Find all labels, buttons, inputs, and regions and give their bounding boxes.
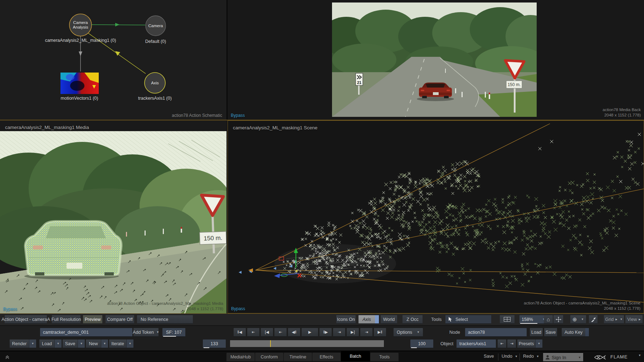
goto-first-frame-button[interactable]: ‖◀: [234, 328, 246, 337]
setup-save-button[interactable]: Save▼: [63, 339, 85, 348]
compare-mode-button[interactable]: Compare Off: [106, 315, 134, 324]
start-frame-field[interactable]: SF: 107: [162, 328, 185, 337]
next-object-button[interactable]: ⇥: [507, 339, 516, 348]
playback-options-button[interactable]: Options▼: [394, 328, 423, 337]
camera-analysis-node-sublabel: cameraAnalysis2_ML_masking1 (0): [45, 38, 116, 43]
world-mode-button[interactable]: World: [381, 315, 397, 324]
control-toolbar: camtracker_demo_001 Add Token▼ SF: 107 ‖…: [0, 326, 644, 351]
play-button[interactable]: ▶: [302, 328, 318, 337]
flame-fish-logo: [594, 354, 608, 361]
full-resolution-button[interactable]: Full Resolution: [52, 315, 80, 324]
zoom-level-field[interactable]: 158%▼: [519, 315, 547, 324]
preview-button[interactable]: Preview: [83, 315, 102, 324]
goto-last-frame-button[interactable]: ▶‖: [374, 328, 386, 337]
save-button[interactable]: Save: [484, 354, 494, 359]
viewport-divider: [226, 0, 228, 120]
chevron-down-icon: ▼: [101, 339, 108, 348]
action-object-selector[interactable]: Action Object - cameraA: [5, 315, 47, 324]
tracking-scene-info: action78 Action Object - cameraAnalysis2…: [524, 301, 640, 311]
prev-keyframe-button[interactable]: ⇤: [247, 328, 259, 337]
tool-selector[interactable]: Select: [445, 315, 491, 324]
axis-accent-strip: [375, 315, 379, 323]
tracking-scene-viewport[interactable]: cameraAnalysis2_ML_masking1 Scene Bypass…: [228, 120, 644, 313]
tab-conform[interactable]: Conform: [255, 353, 283, 361]
prev-object-button[interactable]: ⇤: [498, 339, 506, 348]
iterate-button[interactable]: Iterate▼: [109, 339, 133, 348]
tab-batch[interactable]: Batch: [341, 351, 370, 361]
masking-media-viewport[interactable]: 150 m. cameraAnalysis2_ML_masking1 Media…: [0, 120, 226, 313]
next-keyframe-button[interactable]: ⇥: [360, 328, 372, 337]
render-button[interactable]: Render▼: [10, 339, 36, 348]
reference-selector[interactable]: No Reference: [137, 315, 193, 324]
setup-load-button[interactable]: Load▼: [39, 339, 62, 348]
icons-on-button[interactable]: Icons On: [336, 315, 356, 324]
setup-new-button[interactable]: New▼: [86, 339, 108, 348]
playback-controls: ‖◀⇤[◀⇤◀‖▶‖▶⇥▶]⇥▶‖: [234, 328, 387, 337]
undo-button[interactable]: Undo▼: [502, 354, 518, 359]
application-bar: MediaHubConformTimelineEffectsBatchTools…: [0, 351, 644, 362]
media-back-image: 21: [332, 3, 537, 117]
next-marker-button[interactable]: ⇥: [333, 328, 345, 337]
end-frame-field[interactable]: 100: [410, 339, 433, 348]
z-occ-button[interactable]: Z Occ: [402, 315, 423, 324]
pan-view-button[interactable]: [553, 315, 563, 324]
object-label: Object: [440, 339, 453, 348]
presets-button[interactable]: Presets▼: [517, 339, 542, 348]
color-picker-button[interactable]: [589, 315, 597, 324]
auto-key-button[interactable]: Auto Key: [562, 328, 589, 337]
object-name-input[interactable]: trackersAxis1: [457, 339, 496, 348]
pan-arrows-icon: [556, 317, 561, 322]
app-menu-button[interactable]: ▼: [638, 354, 641, 357]
media-back-info: action78 Media Back 2048 x 1152 (1.778): [602, 107, 641, 118]
step-forward-button[interactable]: ‖▶: [319, 328, 332, 337]
media-back-viewport[interactable]: 21: [228, 0, 644, 120]
chevron-down-icon: ▼: [638, 354, 641, 357]
camera-analysis-node-label2: Analysis: [73, 25, 88, 29]
prev-marker-button[interactable]: ⇤: [274, 328, 287, 337]
goto-segment-start-button[interactable]: [◀: [261, 328, 273, 337]
home-view-button[interactable]: ⌂: [544, 315, 553, 324]
axis-mode-button[interactable]: Axis: [358, 315, 379, 324]
tab-effects[interactable]: Effects: [312, 353, 341, 361]
flame-application-window: Camera Analysis cameraAnalysis2_ML_maski…: [0, 0, 644, 362]
camera-node-sublabel: Default (0): [145, 39, 166, 44]
step-back-button[interactable]: ◀‖: [288, 328, 300, 337]
redo-button[interactable]: Redo▼: [523, 354, 539, 359]
tracking-scene-bypass-label: Bypass: [231, 306, 245, 311]
timeline-slider[interactable]: [230, 340, 384, 347]
motion-vectors-node[interactable]: [60, 73, 99, 94]
masked-car: [24, 221, 121, 279]
chevron-down-icon: ▼: [535, 339, 542, 348]
viewport-layout-button[interactable]: [500, 315, 514, 324]
tab-mediahub[interactable]: MediaHub: [226, 353, 255, 361]
sign-in-button[interactable]: Sign In ▼: [543, 353, 583, 361]
chevron-down-icon: ▼: [536, 355, 539, 358]
media-back-bypass-label: Bypass: [231, 113, 245, 118]
playhead[interactable]: [270, 340, 271, 347]
setup-name-input[interactable]: camtracker_demo_001: [40, 328, 132, 337]
schematic-view-label: action78 Action Schematic: [172, 113, 222, 118]
node-name-input[interactable]: action78: [465, 328, 527, 337]
camera-node-label: Camera: [148, 24, 164, 28]
goto-segment-end-button[interactable]: ▶]: [347, 328, 359, 337]
tab-tools[interactable]: Tools: [370, 353, 399, 361]
axis-node-label: Axis: [151, 81, 159, 85]
tracking-scene-title: cameraAnalysis2_ML_masking1 Scene: [233, 125, 317, 130]
current-frame-field[interactable]: 133: [203, 339, 226, 348]
action-schematic-viewport[interactable]: Camera Analysis cameraAnalysis2_ML_maski…: [0, 0, 226, 120]
gnomon-button[interactable]: ⊕ ▼: [570, 315, 586, 324]
node-load-button[interactable]: Load: [530, 328, 543, 337]
masking-media-title: cameraAnalysis2_ML_masking1 Media: [5, 125, 89, 130]
chevron-down-icon: ▼: [417, 331, 420, 334]
field-indicator: [520, 323, 537, 324]
view-menu-button[interactable]: View▶: [625, 315, 643, 324]
crosshair-globe-icon: ⊕: [572, 316, 577, 323]
node-save-button[interactable]: Save: [544, 328, 557, 337]
expand-panel-button[interactable]: [5, 355, 10, 359]
grid-menu-button[interactable]: Grid▶ ▼: [604, 315, 624, 324]
home-icon: ⌂: [547, 316, 550, 322]
tab-timeline[interactable]: Timeline: [284, 353, 312, 361]
add-token-button[interactable]: Add Token▼: [133, 328, 158, 337]
distance-plate-text: 150 m.: [508, 82, 521, 87]
viewport-divider-horizontal: [0, 120, 644, 120]
